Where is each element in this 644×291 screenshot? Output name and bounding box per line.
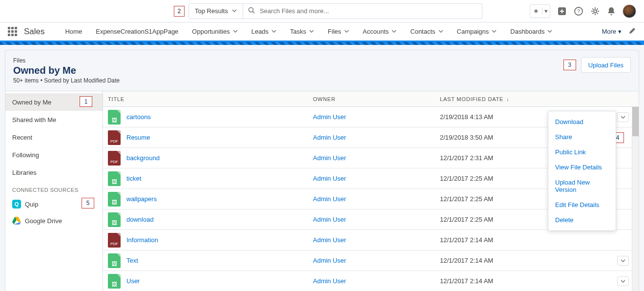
connected-sources-heading: CONNECTED SOURCES <box>5 181 103 196</box>
svg-point-0 <box>249 8 253 12</box>
sidebar-item-libraries[interactable]: Libraries <box>5 164 103 181</box>
sidebar-item-recent[interactable]: Recent <box>5 128 103 146</box>
file-title-link[interactable]: Resume <box>126 134 150 141</box>
nav-item-opportunities[interactable]: Opportunities <box>185 22 244 42</box>
nav-bar: Sales HomeExpenseCreationS1AppPageOpport… <box>0 22 644 42</box>
chevron-down-icon <box>233 28 238 35</box>
file-title-link[interactable]: User <box>126 277 140 285</box>
dropdown-item-delete[interactable]: Delete <box>548 212 616 228</box>
modified-date: 12/1/2017 2:25 AM <box>435 216 562 223</box>
owner-link[interactable]: Admin User <box>313 277 346 285</box>
nav-item-contacts[interactable]: Contacts <box>403 22 450 42</box>
chevron-down-icon <box>232 7 237 15</box>
file-title-link[interactable]: background <box>126 154 160 162</box>
more-link[interactable]: More▾ <box>602 28 622 35</box>
chevron-down-icon <box>492 28 497 35</box>
dropdown-item-public-link[interactable]: Public Link <box>548 145 616 160</box>
svg-point-5 <box>594 10 597 13</box>
dropdown-item-edit-file-details[interactable]: Edit File Details <box>548 197 616 212</box>
table-row: 🖼TextAdmin User12/1/2017 2:14 AM <box>103 250 639 271</box>
svg-line-1 <box>252 12 254 14</box>
chevron-down-icon <box>344 28 349 35</box>
scroll-thumb[interactable] <box>632 107 639 136</box>
owner-link[interactable]: Admin User <box>313 134 346 141</box>
owner-link[interactable]: Admin User <box>313 236 346 244</box>
nav-items: HomeExpenseCreationS1AppPageOpportunitie… <box>59 22 560 41</box>
modified-date: 12/1/2017 2:14 AM <box>435 236 562 244</box>
image-file-icon: 🖼 <box>108 171 121 186</box>
chevron-down-icon: ▾ <box>542 7 550 15</box>
owner-link[interactable]: Admin User <box>313 154 346 162</box>
nav-item-home[interactable]: Home <box>59 22 89 42</box>
annotation-2: 2 <box>174 6 185 17</box>
annotation-5: 5 <box>82 198 94 208</box>
nav-item-accounts[interactable]: Accounts <box>356 22 403 42</box>
nav-item-dashboards[interactable]: Dashboards <box>503 22 559 42</box>
file-title-link[interactable]: Text <box>126 257 138 264</box>
image-file-icon: 🖼 <box>108 192 121 207</box>
column-owner[interactable]: OWNER <box>308 96 435 102</box>
avatar[interactable] <box>623 4 636 18</box>
owner-link[interactable]: Admin User <box>313 195 346 203</box>
nav-item-tasks[interactable]: Tasks <box>283 22 321 42</box>
sort-down-icon: ↓ <box>506 96 509 102</box>
sidebar: Owned by MeShared with MeRecentFollowing… <box>5 91 103 291</box>
app-launcher-icon[interactable] <box>8 27 17 36</box>
owner-link[interactable]: Admin User <box>313 216 346 223</box>
nav-item-leads[interactable]: Leads <box>245 22 283 42</box>
file-title-link[interactable]: ticket <box>126 175 141 182</box>
file-title-link[interactable]: wallpapers <box>126 195 157 203</box>
modified-date: 12/1/2017 2:14 AM <box>435 277 562 285</box>
nav-item-expensecreations1apppage[interactable]: ExpenseCreationS1AppPage <box>89 22 185 42</box>
dropdown-item-upload-new-version[interactable]: Upload New Version <box>548 175 616 197</box>
top-results-button[interactable]: Top Results <box>188 3 243 19</box>
quip-icon: Q <box>12 200 21 208</box>
dropdown-item-view-file-details[interactable]: View File Details <box>548 160 616 175</box>
scrollbar[interactable] <box>632 107 639 291</box>
sidebar-item-shared-with-me[interactable]: Shared with Me <box>5 111 103 128</box>
add-icon[interactable] <box>557 6 567 16</box>
file-title-link[interactable]: Information <box>126 236 158 244</box>
annotation-1: 1 <box>80 96 92 107</box>
search-input[interactable] <box>260 7 477 15</box>
top-bar: 2 Top Results ★ ▾ ? <box>0 0 644 22</box>
owner-link[interactable]: Admin User <box>313 113 346 121</box>
modified-date: 2/19/2018 4:13 AM <box>435 113 562 121</box>
modified-date: 12/1/2017 2:25 AM <box>435 195 562 203</box>
upload-files-button[interactable]: Upload Files <box>581 57 631 73</box>
gear-icon[interactable] <box>590 6 600 16</box>
chevron-down-icon <box>309 28 314 35</box>
svg-point-6 <box>611 14 612 15</box>
owner-link[interactable]: Admin User <box>313 175 346 182</box>
file-title-link[interactable]: download <box>126 216 154 223</box>
nav-item-campaigns[interactable]: Campaigns <box>450 22 504 42</box>
owner-link[interactable]: Admin User <box>313 257 346 264</box>
star-icon: ★ <box>530 7 542 15</box>
chevron-down-icon <box>438 28 443 35</box>
bell-icon[interactable] <box>607 6 616 16</box>
column-date[interactable]: LAST MODIFIED DATE↓ <box>435 96 562 102</box>
column-title[interactable]: TITLE <box>103 96 308 102</box>
favorites-button[interactable]: ★ ▾ <box>530 4 550 18</box>
row-menu-button[interactable] <box>617 276 629 286</box>
table-header: TITLE OWNER LAST MODIFIED DATE↓ <box>103 91 639 107</box>
row-menu-button[interactable] <box>617 256 629 266</box>
connected-source-google-drive[interactable]: Google Drive <box>5 212 103 229</box>
top-right: ★ ▾ ? <box>530 4 636 18</box>
dropdown-item-download[interactable]: Download <box>548 114 616 129</box>
pencil-icon[interactable] <box>628 27 636 36</box>
breadcrumb: Files <box>13 57 120 64</box>
image-file-icon: 🖼 <box>108 274 121 289</box>
help-icon[interactable]: ? <box>574 6 583 16</box>
search-box[interactable] <box>243 3 482 19</box>
nav-item-files[interactable]: Files <box>321 22 355 42</box>
google-drive-icon <box>12 216 21 225</box>
sidebar-item-following[interactable]: Following <box>5 146 103 164</box>
dropdown-item-share[interactable]: Share <box>548 129 616 145</box>
page-background: Files Owned by Me 50+ items • Sorted by … <box>0 45 644 291</box>
file-title-link[interactable]: cartoons <box>126 113 151 121</box>
nav-more: More▾ <box>602 27 636 36</box>
chevron-down-icon: ▾ <box>618 28 622 35</box>
row-menu-button[interactable] <box>617 112 629 122</box>
image-file-icon: 🖼 <box>108 212 121 227</box>
